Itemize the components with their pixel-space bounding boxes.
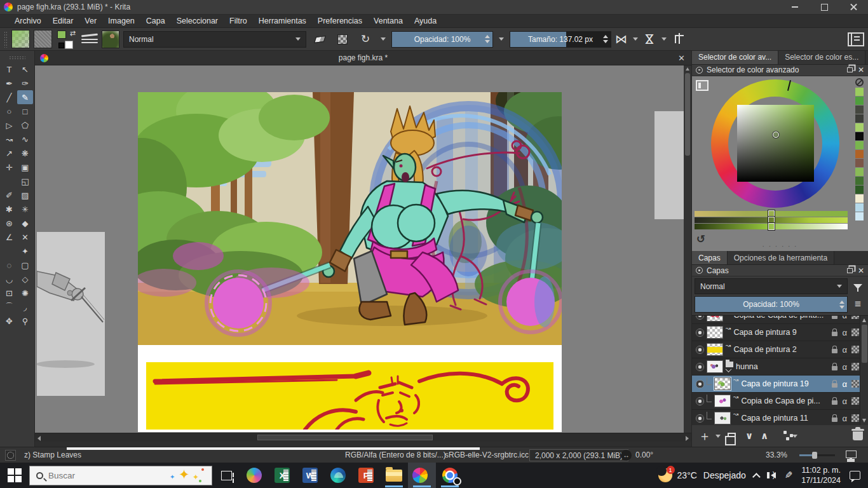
layer-visibility-icon[interactable]	[696, 315, 704, 320]
layer-alpha-icon[interactable]: α	[842, 362, 847, 372]
layer-name[interactable]: Copia de Capa de pi...	[741, 396, 829, 405]
history-swatch[interactable]	[855, 105, 864, 114]
layer-alpha-icon[interactable]: α	[842, 396, 847, 406]
freehand-brush-tool[interactable]: ✎	[17, 90, 33, 104]
layer-lock-icon[interactable]	[832, 400, 837, 405]
toolbox-grip[interactable]	[9, 56, 25, 60]
tray-expand-icon[interactable]	[752, 473, 761, 481]
layer-visibility-icon[interactable]	[696, 329, 704, 337]
brush-size-slider[interactable]: Tamaño: 137.02 px	[510, 31, 611, 48]
polygon-tool[interactable]: ⬠	[17, 118, 33, 132]
multibrush-tool[interactable]: ❋	[17, 146, 33, 160]
layer-alpha-icon[interactable]: α	[842, 345, 847, 355]
layer-lock-icon[interactable]	[832, 417, 837, 422]
scroll-up-arrow[interactable]	[862, 318, 866, 322]
crop-tool[interactable]: ◱	[17, 174, 33, 188]
similar-color-selection-tool[interactable]: ⊡	[1, 286, 17, 300]
file-explorer-button[interactable]	[380, 463, 408, 488]
layer-thumbnail[interactable]	[714, 412, 731, 424]
layer-blending-mode-dropdown[interactable]: Normal	[695, 278, 848, 294]
layer-visibility-icon[interactable]	[696, 380, 704, 388]
layer-row[interactable]: ↝ Copia de Capa de pintu... α	[692, 315, 868, 324]
chrome-button[interactable]	[436, 463, 464, 488]
horizontal-scroll-handle[interactable]	[257, 435, 433, 440]
freehand-selection-tool[interactable]: ◡	[1, 272, 17, 286]
no-color-icon[interactable]	[855, 78, 864, 86]
layer-alpha-icon[interactable]: α	[842, 328, 847, 337]
magnetic-selection-tool[interactable]: ◞	[17, 300, 33, 314]
pen-icon[interactable]: ✎	[785, 470, 793, 481]
scroll-right-arrow[interactable]	[686, 436, 689, 441]
history-swatch[interactable]	[855, 194, 864, 203]
ellipse-tool[interactable]: ○	[1, 104, 17, 118]
start-button[interactable]	[0, 463, 29, 488]
layer-thumbnail[interactable]	[707, 326, 723, 339]
trim-canvas-icon[interactable]	[675, 35, 684, 43]
eraser-mode-button[interactable]	[310, 30, 329, 48]
text-tool[interactable]: T	[1, 62, 17, 76]
move-layer-down-button[interactable]: ∨	[742, 427, 756, 445]
measure-tool[interactable]: ∠	[1, 230, 17, 244]
layer-alpha-checker-icon[interactable]	[851, 346, 859, 353]
history-swatch[interactable]	[855, 159, 864, 167]
rectangular-selection-tool[interactable]: ▢	[17, 258, 33, 272]
menu-item[interactable]: Herramientas	[253, 17, 312, 25]
toolbar-grip[interactable]	[4, 31, 8, 48]
preserve-alpha-button[interactable]	[333, 30, 352, 48]
float-docker-icon[interactable]	[847, 268, 853, 273]
group-folder-icon[interactable]	[726, 362, 733, 367]
minimize-button[interactable]	[780, 0, 810, 14]
contiguous-selection-tool[interactable]: ✺	[17, 286, 33, 300]
layer-alpha-checker-icon[interactable]	[851, 380, 859, 388]
reference-images-tool[interactable]: ✦	[17, 244, 33, 258]
layer-visibility-icon[interactable]	[696, 346, 704, 354]
color-sampler-tool[interactable]: ✐	[1, 188, 17, 202]
zoom-slider[interactable]	[799, 454, 835, 456]
bezier-curve-tool[interactable]: ↝	[1, 132, 17, 146]
layer-row[interactable]: ↝ Copia de Capa de pi... α	[692, 393, 868, 410]
layer-alpha-checker-icon[interactable]	[851, 414, 859, 422]
dynamic-brush-tool[interactable]: ↗	[1, 146, 17, 160]
mirror-vertical-options[interactable]	[660, 31, 668, 48]
edge-button[interactable]	[324, 463, 352, 488]
layer-alpha-checker-icon[interactable]	[851, 329, 859, 336]
copilot-button[interactable]	[240, 463, 268, 488]
gradient-chooser[interactable]	[11, 30, 30, 48]
edit-shapes-tool[interactable]: ✒	[1, 76, 17, 90]
layer-row[interactable]: ↝ hunna α	[692, 358, 868, 376]
notification-center-icon[interactable]	[850, 471, 860, 480]
layer-row[interactable]: ↝ Capa de pintura 9 α	[692, 324, 868, 341]
transform-tool[interactable]: ▣	[17, 160, 33, 174]
bezier-selection-tool[interactable]: ⌒	[1, 300, 17, 314]
polygonal-selection-tool[interactable]: ◇	[17, 272, 33, 286]
canvas-rotation-value[interactable]: 0.00°	[635, 447, 653, 463]
layer-lock-icon[interactable]	[832, 366, 837, 370]
duplicate-layer-button[interactable]	[724, 427, 741, 445]
history-swatch[interactable]	[855, 150, 864, 158]
opacity-slider[interactable]: Opacidad: 100%	[391, 31, 493, 48]
scroll-up-arrow[interactable]	[686, 67, 689, 71]
close-docker-icon[interactable]: ✕	[858, 267, 864, 274]
layer-row[interactable]: ↝ Capa de pintura 19 α	[692, 376, 868, 393]
add-layer-options[interactable]	[714, 428, 722, 444]
calligraphy-tool[interactable]: ✑	[17, 76, 33, 90]
polyline-tool[interactable]: ▷	[1, 118, 17, 132]
assistants-tool[interactable]: ✕	[17, 230, 33, 244]
tab-layers[interactable]: Capas	[692, 251, 728, 264]
blending-mode-dropdown[interactable]: Normal	[123, 31, 306, 48]
layer-visibility-icon[interactable]	[696, 414, 704, 423]
layer-name[interactable]: hunna	[736, 362, 829, 371]
layer-thumbnail[interactable]	[714, 395, 731, 407]
canvas-viewport[interactable]	[35, 65, 691, 433]
reload-preset-button[interactable]: ↻	[356, 30, 375, 48]
select-shapes-tool[interactable]: ↖	[17, 62, 33, 76]
color-selector-dot[interactable]	[773, 132, 779, 138]
layer-name[interactable]: Copia de Capa de pintu...	[733, 315, 829, 320]
pattern-tool[interactable]: ✱	[1, 202, 17, 216]
swap-colors-icon[interactable]: ⇄	[70, 29, 76, 37]
history-swatch[interactable]	[855, 123, 864, 132]
selector-layout-icon[interactable]	[696, 80, 709, 91]
excel-button[interactable]: X	[268, 463, 296, 488]
layer-name[interactable]: Capa de pintura 9	[733, 328, 829, 337]
document-close-icon[interactable]: ✕	[678, 53, 685, 63]
